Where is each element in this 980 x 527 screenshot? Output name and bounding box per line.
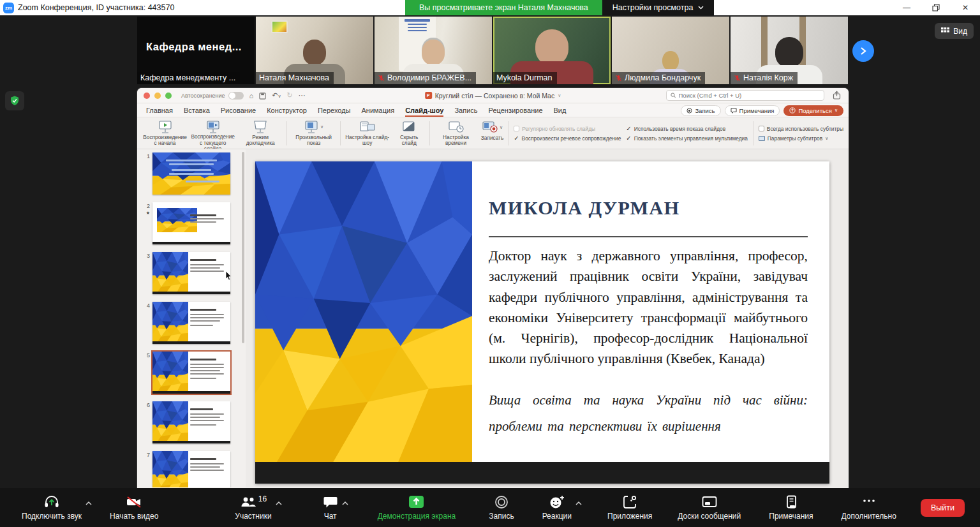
share-screen-button[interactable]: Демонстрация экрана — [378, 494, 456, 521]
tab-zapis[interactable]: Запись — [454, 107, 477, 117]
thumb-text-lines — [190, 307, 228, 328]
tab-glavnaya[interactable]: Главная — [146, 107, 173, 117]
participant-tile-brazhev[interactable]: Володимир БРАЖЕВ... — [375, 17, 492, 84]
participant-tile-korzh[interactable]: Наталія Корж — [731, 17, 848, 84]
record-slideshow-button[interactable]: ∨ Записать — [479, 119, 505, 147]
search-input[interactable] — [679, 92, 820, 99]
subtitles-options-column: Всегда использовать субтитры Параметры с… — [756, 119, 846, 147]
ppt-comments-button[interactable]: Примечания — [725, 105, 780, 116]
start-video-button[interactable]: Начать видео — [110, 494, 158, 521]
more-button[interactable]: Дополнительно — [842, 494, 896, 521]
search-box[interactable] — [666, 90, 824, 101]
tab-vid[interactable]: Вид — [554, 107, 567, 117]
undo-icon[interactable]: ↶∨ — [272, 91, 281, 100]
participant-tile-bondarchuk[interactable]: Людмила Бондарчук — [612, 17, 729, 84]
audio-options-caret[interactable] — [85, 501, 92, 505]
tab-konstruktor[interactable]: Конструктор — [267, 107, 307, 117]
view-layout-button[interactable]: Вид — [935, 23, 974, 39]
participant-tile-makhnachova[interactable]: Наталя Махначова — [256, 17, 373, 84]
mac-zoom-button[interactable] — [165, 93, 172, 99]
more-toolbar-icon[interactable]: ⋯ — [299, 91, 306, 100]
participant-tile-kafedra[interactable]: Кафедра менед... Кафедра менеджменту ... — [137, 17, 255, 84]
apps-button[interactable]: Приложения — [607, 494, 652, 521]
check-show-media-controls[interactable]: ✓ Показать элементы управления мультимед… — [626, 135, 748, 142]
ppt-share-button[interactable]: Поделиться ∨ — [783, 105, 843, 116]
mac-close-button[interactable] — [144, 93, 150, 99]
slide-thumbnail-1[interactable]: 1 — [141, 152, 246, 195]
home-icon[interactable]: ⌂ — [249, 92, 254, 100]
presenter-view-button[interactable]: Режим докладчика — [237, 119, 284, 147]
mac-minimize-button[interactable] — [154, 93, 161, 99]
play-from-start-button[interactable]: Воспроизведение с начала — [141, 119, 189, 147]
slide-footer-bar — [255, 462, 829, 484]
notes-button[interactable]: Примечания — [769, 494, 813, 521]
reactions-button[interactable]: Реакции — [542, 494, 572, 521]
mac-share-icon[interactable] — [833, 91, 841, 100]
window-titlebar: zm Zoom Конференция, ID участника: 44357… — [0, 0, 980, 15]
thumbnail-scrollbar[interactable] — [242, 152, 244, 343]
slide-thumbnail-5[interactable]: 5 — [141, 352, 246, 394]
record-icon — [494, 494, 509, 510]
next-participants-button[interactable] — [852, 40, 874, 62]
participant-tile-durman[interactable]: Mykola Durman — [493, 17, 611, 84]
slide-topic-text: Вища освіта та наука України під час вій… — [489, 392, 808, 434]
current-slide[interactable]: МИКОЛА ДУРМАН Доктор наук з державного у… — [255, 161, 829, 484]
redo-icon[interactable]: ↻ — [287, 91, 293, 100]
setup-slideshow-button[interactable]: Настройка слайд-шоу — [343, 119, 391, 147]
tab-animatsiya[interactable]: Анимация — [362, 107, 395, 117]
participant-name: Володимир БРАЖЕВ... — [387, 73, 471, 82]
slide-number: 7 — [147, 452, 150, 458]
restore-button[interactable] — [921, 0, 951, 15]
thumb-text-lines — [190, 406, 228, 427]
subtitle-settings-button[interactable]: Параметры субтитров ∨ — [759, 135, 843, 142]
close-button[interactable]: ✕ — [951, 0, 980, 15]
slide-thumbnail-6[interactable]: 6 — [141, 401, 246, 443]
tab-slide-show[interactable]: Слайд-шоу — [405, 107, 443, 117]
reactions-caret[interactable] — [575, 501, 582, 505]
slide-thumbnail-2[interactable]: 2 ★ — [141, 202, 246, 244]
slideshow-options-column-2: ✓ Использовать время показа слайдов ✓ По… — [623, 119, 750, 147]
security-shield-icon[interactable] — [5, 91, 24, 110]
save-icon[interactable] — [259, 93, 266, 100]
tab-retsenzirovanie[interactable]: Рецензирование — [489, 107, 543, 117]
slide-canvas: МИКОЛА ДУРМАН Доктор наук з державного у… — [246, 149, 849, 487]
participants-button[interactable]: 16 Участники — [235, 494, 271, 521]
rehearse-timings-button[interactable]: Настройка времени — [433, 119, 479, 147]
hide-slide-button[interactable]: Скрыть слайд — [391, 119, 427, 147]
slideshow-ribbon: Воспроизведение с начала Воспроизведение… — [137, 117, 849, 149]
transition-star-icon: ★ — [146, 211, 150, 216]
slide-thumbnail-3[interactable]: 3 — [141, 252, 246, 294]
check-update-slides[interactable]: Регулярно обновлять слайды — [514, 126, 621, 132]
play-from-current-button[interactable]: Воспроизведение с текущего слайда — [189, 119, 237, 147]
ribbon-tab-row: Главная Вставка Рисование Конструктор Пе… — [137, 103, 849, 117]
check-play-narration[interactable]: ✓ Воспроизвести речевое сопровождение — [514, 135, 621, 142]
selected-slide-card[interactable] — [152, 352, 230, 394]
muted-mic-icon — [734, 75, 741, 82]
leave-meeting-button[interactable]: Выйти — [921, 499, 965, 517]
check-use-timings[interactable]: ✓ Использовать время показа слайдов — [626, 126, 748, 132]
whiteboards-button[interactable]: Доски сообщений — [678, 494, 741, 521]
slide-number: 3 — [147, 253, 150, 259]
chevron-down-icon — [698, 6, 704, 10]
comment-icon — [731, 108, 737, 114]
view-options-button[interactable]: Настройки просмотра — [602, 0, 715, 15]
chat-button[interactable]: Чат — [323, 494, 338, 521]
slide-thumbnail-7[interactable]: 7 — [141, 451, 246, 487]
custom-show-button[interactable]: ∨ Произвольный показ — [290, 119, 338, 147]
slide-thumbnail-4[interactable]: 4 — [141, 302, 246, 344]
chat-caret[interactable] — [342, 501, 348, 505]
meeting-stage: Кафедра менед... Кафедра менеджменту ...… — [0, 15, 980, 488]
autosave-label: Автосохранение — [181, 93, 225, 99]
slideshow-options-column-1: Регулярно обновлять слайды ✓ Воспроизвес… — [511, 119, 623, 147]
autosave-toggle[interactable] — [228, 92, 244, 100]
join-audio-button[interactable]: Подключить звук — [22, 494, 82, 521]
thumb-text-lines — [190, 257, 228, 274]
check-always-subtitles[interactable]: Всегда использовать субтитры — [759, 126, 843, 132]
minimize-button[interactable]: — — [892, 0, 921, 15]
tab-risovanie[interactable]: Рисование — [221, 107, 256, 117]
tab-vstavka[interactable]: Вставка — [184, 107, 210, 117]
ppt-record-button[interactable]: Запись — [681, 105, 720, 116]
participants-caret[interactable] — [276, 501, 282, 505]
record-button[interactable]: Запись — [489, 494, 514, 521]
tab-perekhody[interactable]: Переходы — [318, 107, 351, 117]
